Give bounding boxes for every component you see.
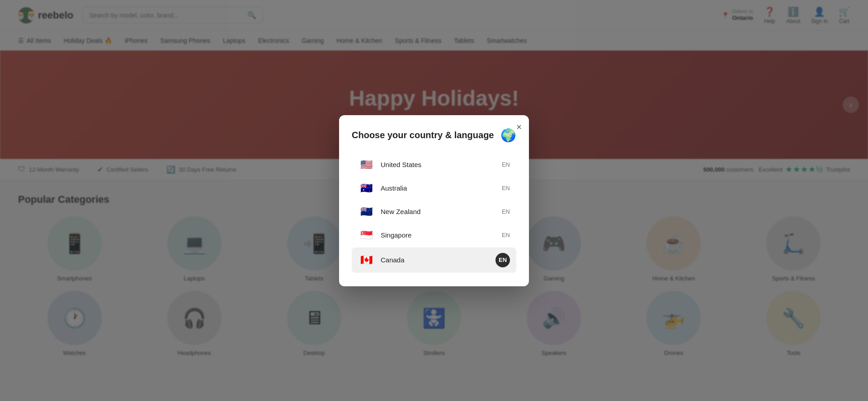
globe-icon: 🌍	[500, 128, 516, 143]
modal-header: Choose your country & language 🌍	[352, 128, 516, 143]
country-option[interactable]: 🇦🇺 Australia EN	[352, 177, 516, 200]
modal-title: Choose your country & language	[352, 130, 496, 140]
country-name: Australia	[381, 184, 502, 192]
modal-overlay[interactable]: Choose your country & language 🌍 × 🇺🇸 Un…	[0, 0, 868, 379]
lang-badge: EN	[502, 161, 510, 168]
country-option[interactable]: 🇺🇸 United States EN	[352, 154, 516, 176]
country-flag: 🇨🇦	[358, 254, 374, 266]
modal-close-button[interactable]: ×	[516, 122, 522, 131]
lang-badge: EN	[502, 232, 510, 238]
country-name: New Zealand	[381, 208, 502, 215]
lang-badge: EN	[502, 185, 510, 191]
country-name: Canada	[381, 256, 495, 264]
country-option[interactable]: 🇸🇬 Singapore EN	[352, 224, 516, 247]
country-flag: 🇸🇬	[358, 229, 374, 241]
country-flag: 🇳🇿	[358, 206, 374, 218]
country-option[interactable]: 🇳🇿 New Zealand EN	[352, 200, 516, 223]
lang-badge: EN	[495, 253, 510, 267]
country-option[interactable]: 🇨🇦 Canada EN	[352, 247, 516, 273]
country-language-modal: Choose your country & language 🌍 × 🇺🇸 Un…	[339, 115, 529, 286]
country-name: United States	[381, 161, 502, 168]
country-flag: 🇺🇸	[358, 159, 374, 171]
country-name: Singapore	[381, 231, 502, 239]
country-list: 🇺🇸 United States EN 🇦🇺 Australia EN 🇳🇿 N…	[352, 154, 516, 273]
country-flag: 🇦🇺	[358, 182, 374, 194]
lang-badge: EN	[502, 208, 510, 215]
